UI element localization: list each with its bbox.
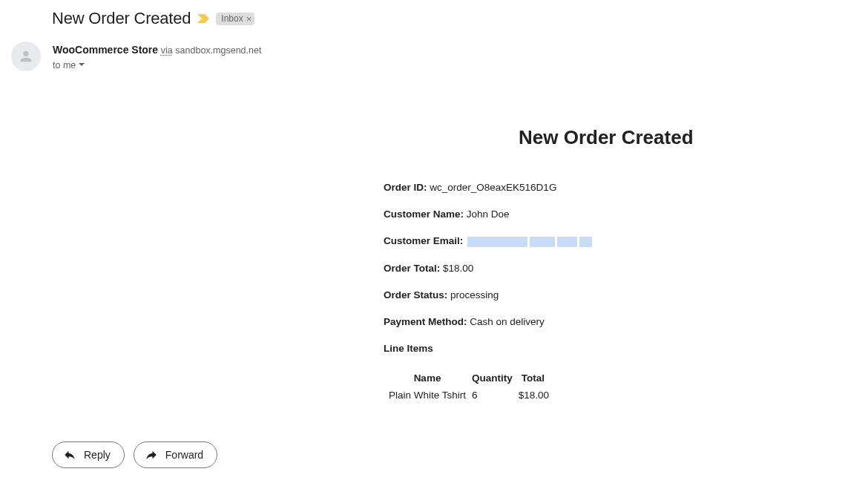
email-body-title: New Order Created [519,126,868,149]
customer-name-label: Customer Name: [384,208,464,220]
order-status-text: processing [450,289,499,301]
order-id-text: wc_order_O8eaxEK516D1G [430,182,556,193]
email-body: New Order Created Order ID: wc_order_O8e… [384,126,868,400]
email-subject: New Order Created [52,9,191,28]
sender-avatar[interactable] [11,42,41,71]
item-total: $18.00 [519,390,552,401]
customer-email-label: Customer Email: [384,235,463,246]
inbox-label-tag[interactable]: Inbox × [216,13,254,25]
via-domain: sandbox.mgsend.net [175,45,261,56]
reply-button[interactable]: Reply [52,441,125,468]
important-marker-icon[interactable] [197,13,210,24]
order-status-label: Order Status: [384,289,447,301]
sender-name: WooCommerce Store [53,44,158,56]
item-qty: 6 [469,390,519,401]
forward-button[interactable]: Forward [134,441,217,468]
reply-icon [63,448,76,462]
forward-label: Forward [165,449,203,461]
order-total-text: $18.00 [443,263,473,274]
remove-label-icon[interactable]: × [246,13,252,24]
table-row: Plain White Tshirt 6 $18.00 [386,390,552,401]
order-total-label: Order Total: [384,263,440,274]
inbox-label-text: Inbox [221,13,243,24]
line-items-header: Line Items [384,343,868,354]
item-name: Plain White Tshirt [386,390,469,401]
chevron-down-icon [78,61,85,68]
via-label: via [161,45,173,56]
col-total-header: Total [519,372,552,390]
reply-label: Reply [84,449,111,461]
to-recipient: to me [53,59,76,73]
show-details-button[interactable] [78,59,85,73]
col-qty-header: Quantity [469,372,519,390]
person-icon [18,48,34,65]
forward-icon [145,448,158,462]
customer-email-redacted [467,237,592,247]
col-name-header: Name [386,372,469,390]
line-items-table: Name Quantity Total Plain White Tshirt 6… [386,372,552,401]
order-id-label: Order ID: [384,182,427,193]
payment-method-label: Payment Method: [384,316,467,327]
payment-method-text: Cash on delivery [470,316,545,327]
customer-name-text: John Doe [467,208,510,220]
